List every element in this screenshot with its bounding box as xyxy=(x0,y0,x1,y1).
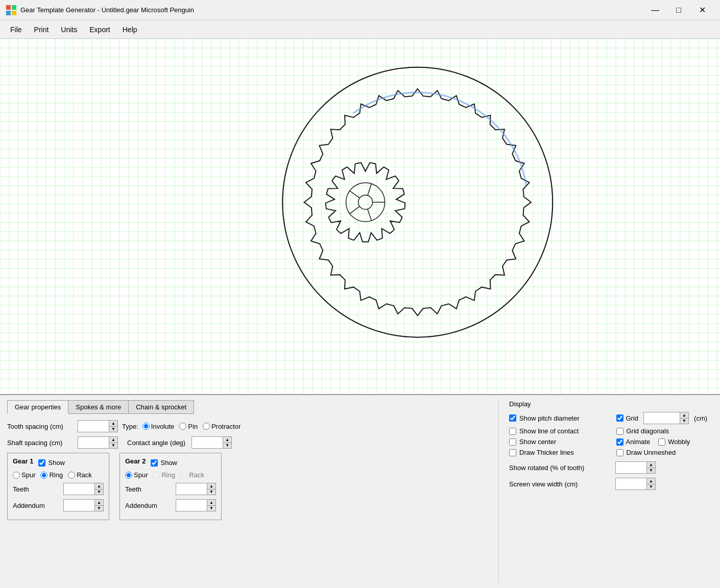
show-rotated-btns: ▲ ▼ xyxy=(646,462,655,473)
gear2-show-checkbox[interactable] xyxy=(151,459,158,467)
gear-canvas[interactable] xyxy=(0,39,720,394)
grid-check[interactable]: Grid xyxy=(616,414,639,422)
screen-view-down[interactable]: ▼ xyxy=(647,484,655,489)
gear1-show[interactable]: Show xyxy=(38,459,65,467)
grid-diag-row[interactable]: Grid diagonals xyxy=(616,427,713,435)
menu-file[interactable]: File xyxy=(4,23,28,36)
minimize-button[interactable]: — xyxy=(643,2,667,18)
contact-angle-input[interactable]: 20.00 xyxy=(192,437,223,448)
gear2-teeth-btns: ▲ ▼ xyxy=(207,483,215,495)
screen-view-input[interactable]: 50.0 xyxy=(616,478,646,489)
gear1-addendum-down[interactable]: ▼ xyxy=(95,505,103,511)
gear2-teeth-down[interactable]: ▼ xyxy=(207,489,215,495)
gear2-teeth-label: Teeth xyxy=(125,485,141,493)
shaft-spacing-input[interactable]: 4.755 xyxy=(78,437,109,448)
screen-view-spinbox[interactable]: 50.0 ▲ ▼ xyxy=(615,478,656,490)
gear1-teeth-btns: ▲ ▼ xyxy=(94,483,103,495)
menu-print[interactable]: Print xyxy=(28,23,55,36)
show-center-checkbox[interactable] xyxy=(509,438,516,446)
tab-gear-properties[interactable]: Gear properties xyxy=(7,400,68,414)
gear1-addendum-spinbox[interactable]: 0.250 ▲ ▼ xyxy=(63,499,104,511)
show-pitch-row[interactable]: Show pitch diameter xyxy=(509,412,606,424)
gear2-addendum-input[interactable]: 0.250 xyxy=(176,500,207,511)
grid-value-input[interactable]: 1.000 xyxy=(644,412,680,424)
tooth-spacing-input[interactable]: 1.572 xyxy=(78,421,109,432)
tooth-spacing-down[interactable]: ▼ xyxy=(109,426,117,432)
show-contact-row[interactable]: Show line of contact xyxy=(509,427,606,435)
show-pitch-checkbox[interactable] xyxy=(509,414,516,422)
grid-value-up[interactable]: ▲ xyxy=(680,412,688,418)
show-center-row[interactable]: Show center xyxy=(509,438,606,446)
draw-thicker-label: Draw Thicker lines xyxy=(519,449,574,456)
grid-checkbox[interactable] xyxy=(616,414,623,422)
show-rotated-spinbox[interactable]: 0 ▲ ▼ xyxy=(615,461,656,474)
animate-check[interactable]: Animate xyxy=(616,438,651,446)
type-involute-label: Involute xyxy=(151,423,175,430)
grid-value-down[interactable]: ▼ xyxy=(680,418,688,424)
tab-chain[interactable]: Chain & sprocket xyxy=(128,400,194,414)
gear1-teeth-down[interactable]: ▼ xyxy=(95,489,103,495)
gear1-teeth-up[interactable]: ▲ xyxy=(95,483,103,489)
type-involute[interactable]: Involute xyxy=(142,423,175,430)
grid-label: Grid xyxy=(626,414,639,422)
gear2-show[interactable]: Show xyxy=(151,459,177,467)
gear1-addendum-btns: ▲ ▼ xyxy=(94,500,103,511)
close-button[interactable]: ✕ xyxy=(690,2,714,18)
gear2-ring[interactable]: Ring xyxy=(153,471,175,479)
gear1-teeth-spinbox[interactable]: 36 ▲ ▼ xyxy=(63,483,104,495)
contact-angle-up[interactable]: ▲ xyxy=(223,437,231,443)
draw-thicker-checkbox[interactable] xyxy=(509,449,516,456)
shaft-spacing-down[interactable]: ▼ xyxy=(109,443,117,448)
gear1-show-checkbox[interactable] xyxy=(38,459,45,467)
shaft-spacing-spinbox[interactable]: 4.755 ▲ ▼ xyxy=(78,436,118,449)
gear2-addendum-up[interactable]: ▲ xyxy=(207,500,215,505)
show-center-label: Show center xyxy=(519,438,556,446)
menubar: File Print Units Export Help xyxy=(0,20,720,39)
draw-thicker-row[interactable]: Draw Thicker lines xyxy=(509,449,606,456)
show-contact-checkbox[interactable] xyxy=(509,428,516,435)
animate-checkbox[interactable] xyxy=(616,438,623,446)
contact-angle-down[interactable]: ▼ xyxy=(223,443,231,448)
gear2-teeth-spinbox[interactable]: 17 ▲ ▼ xyxy=(176,483,216,495)
gear1-addendum-up[interactable]: ▲ xyxy=(95,500,103,505)
gear1-teeth-input[interactable]: 36 xyxy=(64,483,94,495)
gear2-header: Gear 2 Show xyxy=(125,457,216,468)
show-rotated-up[interactable]: ▲ xyxy=(647,462,655,468)
screen-view-up[interactable]: ▲ xyxy=(647,478,655,484)
show-rotated-input[interactable]: 0 xyxy=(616,462,646,473)
gear1-addendum-label: Addendum xyxy=(13,502,45,509)
tooth-spacing-btns: ▲ ▼ xyxy=(109,421,117,432)
menu-export[interactable]: Export xyxy=(83,23,116,36)
gear2-rack[interactable]: Rack xyxy=(180,471,204,479)
draw-unmeshed-label: Draw Unmeshed xyxy=(627,449,676,456)
gear2-spur[interactable]: Spur xyxy=(125,471,148,479)
menu-help[interactable]: Help xyxy=(116,23,143,36)
shaft-spacing-up[interactable]: ▲ xyxy=(109,437,117,443)
gear2-addendum-down[interactable]: ▼ xyxy=(207,505,215,511)
gear1-ring[interactable]: Ring xyxy=(40,471,63,479)
contact-angle-spinbox[interactable]: 20.00 ▲ ▼ xyxy=(191,436,232,449)
tooth-spacing-up[interactable]: ▲ xyxy=(109,421,117,426)
gear2-teeth-up[interactable]: ▲ xyxy=(207,483,215,489)
wobbly-checkbox[interactable] xyxy=(658,438,665,446)
display-title: Display xyxy=(509,400,713,408)
gear1-rack[interactable]: Rack xyxy=(68,471,92,479)
animate-label: Animate xyxy=(626,438,651,446)
draw-unmeshed-row[interactable]: Draw Unmeshed xyxy=(616,449,713,456)
type-pin[interactable]: Pin xyxy=(179,423,198,430)
gear1-spur[interactable]: Spur xyxy=(13,471,35,479)
tab-spokes[interactable]: Spokes & more xyxy=(68,400,129,414)
gear2-addendum-spinbox[interactable]: 0.250 ▲ ▼ xyxy=(176,499,216,511)
draw-unmeshed-checkbox[interactable] xyxy=(616,449,623,456)
grid-value-spinbox[interactable]: 1.000 ▲ ▼ xyxy=(643,412,689,424)
wobbly-check[interactable]: Wobbly xyxy=(658,438,690,446)
menu-units[interactable]: Units xyxy=(55,23,83,36)
maximize-button[interactable]: □ xyxy=(667,2,690,18)
show-rotated-down[interactable]: ▼ xyxy=(647,468,655,473)
gear1-addendum-input[interactable]: 0.250 xyxy=(64,500,94,511)
shaft-spacing-btns: ▲ ▼ xyxy=(109,437,117,448)
grid-diag-checkbox[interactable] xyxy=(616,428,623,435)
tooth-spacing-spinbox[interactable]: 1.572 ▲ ▼ xyxy=(78,420,118,432)
type-protractor[interactable]: Protractor xyxy=(203,423,241,430)
gear2-teeth-input[interactable]: 17 xyxy=(176,483,207,495)
